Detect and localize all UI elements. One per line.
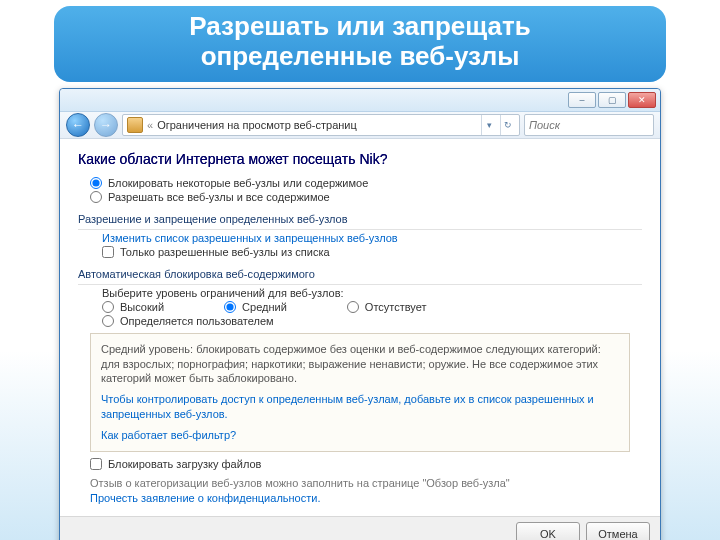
chevron-down-icon[interactable]: ▾ [481, 115, 496, 135]
radio-level-custom-label: Определяется пользователем [120, 315, 274, 327]
cancel-button[interactable]: Отмена [586, 522, 650, 540]
window-titlebar: – ▢ ✕ [60, 89, 660, 112]
close-button[interactable]: ✕ [628, 92, 656, 108]
checkbox-only-list-label: Только разрешенные веб-узлы из списка [120, 246, 330, 258]
link-how-filter-works[interactable]: Как работает веб-фильтр? [101, 428, 619, 443]
slide-title-line2: определенные веб-узлы [201, 41, 520, 71]
refresh-icon[interactable]: ↻ [500, 115, 515, 135]
radio-allow-all-input[interactable] [90, 191, 102, 203]
dialog-window: – ▢ ✕ ← → « Ограничения на просмотр веб-… [59, 88, 661, 540]
radio-level-high-label: Высокий [120, 301, 164, 313]
dialog-content: Какие области Интернета может посещать N… [60, 139, 660, 516]
shield-icon [127, 117, 143, 133]
nav-back-button[interactable]: ← [66, 113, 90, 137]
level-prompt: Выберите уровень ограничений для веб-узл… [102, 287, 642, 299]
link-edit-list-text[interactable]: Изменить список разрешенных и запрещенны… [102, 232, 398, 244]
radio-block-some-input[interactable] [90, 177, 102, 189]
radio-level-none[interactable]: Отсутствует [347, 301, 427, 313]
checkbox-block-downloads[interactable]: Блокировать загрузку файлов [90, 458, 642, 470]
level-row-1: Высокий Средний Отсутствует [102, 301, 642, 313]
radio-block-some-label: Блокировать некоторые веб-узлы или содер… [108, 177, 368, 189]
slide-title-line1: Разрешать или запрещать [189, 11, 530, 41]
radio-allow-all-label: Разрешать все веб-узлы и все содержимое [108, 191, 330, 203]
footnote-line1: Отзыв о категоризации веб-узлов можно за… [90, 477, 510, 489]
address-bar: ← → « Ограничения на просмотр веб-страни… [60, 112, 660, 139]
nav-forward-button[interactable]: → [94, 113, 118, 137]
radio-level-medium-input[interactable] [224, 301, 236, 313]
search-input[interactable]: Поиск [524, 114, 654, 136]
link-add-to-list[interactable]: Чтобы контролировать доступ к определенн… [101, 392, 619, 422]
maximize-button[interactable]: ▢ [598, 92, 626, 108]
radio-block-some[interactable]: Блокировать некоторые веб-узлы или содер… [90, 177, 642, 189]
radio-level-medium[interactable]: Средний [224, 301, 287, 313]
breadcrumb[interactable]: « Ограничения на просмотр веб-страниц ▾ … [122, 114, 520, 136]
radio-level-medium-label: Средний [242, 301, 287, 313]
level-description-box: Средний уровень: блокировать содержимое … [90, 333, 630, 452]
slide-title: Разрешать или запрещать определенные веб… [66, 12, 654, 72]
page-heading: Какие области Интернета может посещать N… [78, 151, 642, 167]
checkbox-only-list[interactable]: Только разрешенные веб-узлы из списка [102, 246, 642, 258]
checkbox-only-list-input[interactable] [102, 246, 114, 258]
breadcrumb-prefix: « [147, 119, 153, 131]
footnote: Отзыв о категоризации веб-узлов можно за… [90, 476, 630, 506]
radio-level-custom-input[interactable] [102, 315, 114, 327]
link-privacy-statement[interactable]: Прочесть заявление о конфиденциальности. [90, 492, 320, 504]
level-description-text: Средний уровень: блокировать содержимое … [101, 343, 601, 385]
radio-level-custom[interactable]: Определяется пользователем [102, 315, 642, 327]
radio-level-none-label: Отсутствует [365, 301, 427, 313]
breadcrumb-path: Ограничения на просмотр веб-страниц [157, 119, 357, 131]
radio-allow-all[interactable]: Разрешать все веб-узлы и все содержимое [90, 191, 642, 203]
dialog-button-bar: OK Отмена [60, 516, 660, 540]
slide-title-banner: Разрешать или запрещать определенные веб… [54, 6, 666, 82]
search-placeholder: Поиск [529, 119, 560, 131]
ok-button[interactable]: OK [516, 522, 580, 540]
checkbox-block-downloads-label: Блокировать загрузку файлов [108, 458, 261, 470]
section-allow-block: Разрешение и запрещение определенных веб… [78, 213, 642, 225]
section-auto-block: Автоматическая блокировка веб-содержимог… [78, 268, 642, 280]
radio-level-none-input[interactable] [347, 301, 359, 313]
link-edit-list[interactable]: Изменить список разрешенных и запрещенны… [102, 232, 642, 244]
radio-level-high[interactable]: Высокий [102, 301, 164, 313]
checkbox-block-downloads-input[interactable] [90, 458, 102, 470]
radio-level-high-input[interactable] [102, 301, 114, 313]
minimize-button[interactable]: – [568, 92, 596, 108]
